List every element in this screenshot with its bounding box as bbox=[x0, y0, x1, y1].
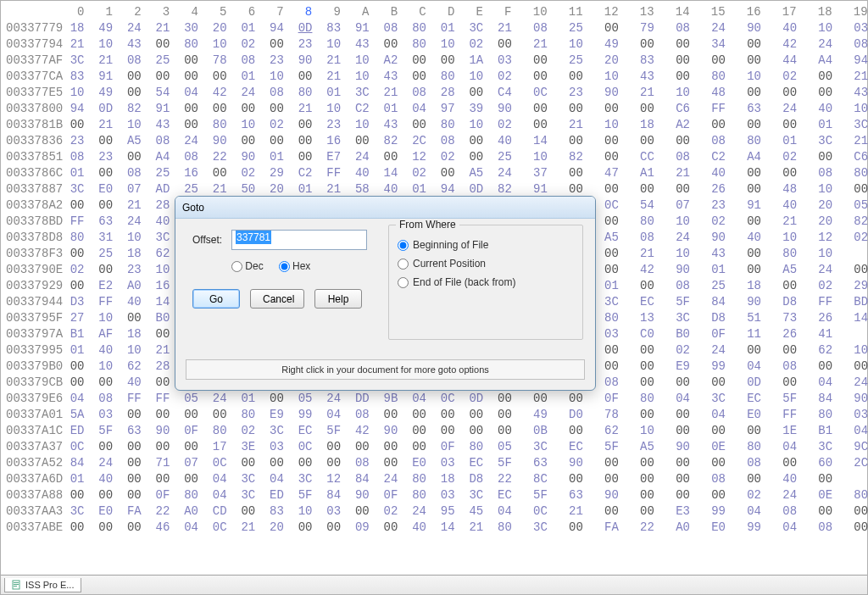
hex-byte[interactable]: 05 bbox=[298, 392, 313, 405]
hex-byte[interactable]: 00 bbox=[70, 375, 85, 389]
hex-byte[interactable]: 08 bbox=[598, 375, 619, 389]
hex-byte[interactable]: 00 bbox=[270, 456, 284, 470]
hex-byte[interactable]: 71 bbox=[156, 456, 170, 470]
hex-byte[interactable]: 25 bbox=[98, 247, 113, 260]
hex-byte[interactable]: 00 bbox=[740, 343, 761, 357]
hex-byte[interactable]: 23 bbox=[70, 134, 85, 147]
hex-byte[interactable]: 90 bbox=[740, 295, 761, 309]
hex-byte[interactable]: 21 bbox=[633, 86, 654, 99]
hex-byte[interactable]: 12 bbox=[412, 150, 426, 164]
hex-byte[interactable]: 5F bbox=[298, 488, 313, 502]
hex-byte[interactable]: 00 bbox=[298, 70, 313, 83]
hex-byte[interactable]: 40 bbox=[355, 166, 370, 180]
hex-byte[interactable]: 80 bbox=[412, 488, 426, 502]
hex-byte[interactable]: B1 bbox=[70, 327, 85, 341]
hex-byte[interactable]: 00 bbox=[441, 166, 455, 180]
hex-byte[interactable]: 41 bbox=[811, 327, 832, 341]
hex-byte[interactable]: 00 bbox=[498, 408, 512, 421]
hex-byte[interactable]: A0 bbox=[669, 520, 690, 534]
hex-byte[interactable]: 24 bbox=[704, 21, 726, 35]
hex-byte[interactable]: 43 bbox=[355, 37, 370, 51]
hex-byte[interactable]: A1 bbox=[633, 166, 654, 180]
hex-byte[interactable]: 00 bbox=[633, 408, 654, 421]
hex-byte[interactable]: 00 bbox=[469, 86, 483, 99]
opt-current[interactable]: Current Position bbox=[398, 258, 574, 270]
hex-byte[interactable]: 3C bbox=[811, 440, 832, 453]
hex-byte[interactable]: 0F bbox=[441, 440, 455, 453]
hex-byte[interactable]: 00 bbox=[70, 247, 85, 260]
hex-byte[interactable]: 25 bbox=[184, 182, 198, 196]
hex-byte[interactable]: 00 bbox=[562, 472, 583, 486]
hex-byte[interactable]: 58 bbox=[355, 182, 370, 196]
hex-byte[interactable]: 24 bbox=[127, 214, 142, 228]
hex-byte[interactable]: 20 bbox=[598, 53, 619, 67]
hex-byte[interactable]: 00 bbox=[441, 424, 455, 437]
hex-byte[interactable]: 28 bbox=[156, 359, 170, 373]
hex-byte[interactable]: 00 bbox=[469, 424, 483, 437]
hex-byte[interactable]: 10 bbox=[355, 70, 370, 83]
hex-byte[interactable]: 21 bbox=[326, 53, 341, 67]
hex-byte[interactable]: 00 bbox=[498, 424, 512, 437]
hex-byte[interactable]: 80 bbox=[704, 70, 726, 83]
hex-byte[interactable]: 10 bbox=[270, 70, 284, 83]
hex-byte[interactable]: 0F bbox=[598, 392, 619, 405]
hex-byte[interactable]: 20 bbox=[811, 198, 832, 212]
hex-byte[interactable]: 13 bbox=[633, 311, 654, 325]
hex-byte[interactable]: 80 bbox=[847, 166, 868, 180]
hex-byte[interactable]: 3C bbox=[70, 53, 85, 67]
hex-byte[interactable]: 00 bbox=[156, 375, 170, 389]
hex-byte[interactable]: B1 bbox=[811, 424, 832, 437]
hex-byte[interactable]: 0C bbox=[526, 504, 548, 518]
hex-byte[interactable]: 00 bbox=[270, 102, 284, 115]
hex-byte[interactable]: 80 bbox=[598, 311, 619, 325]
hex-byte[interactable]: FF bbox=[98, 295, 113, 309]
hex-byte[interactable]: 39 bbox=[469, 102, 483, 115]
hex-byte[interactable]: AD bbox=[156, 182, 170, 196]
hex-byte[interactable]: 42 bbox=[355, 424, 370, 437]
hex-byte[interactable]: 00 bbox=[412, 424, 426, 437]
hex-byte[interactable]: 24 bbox=[213, 392, 227, 405]
hex-byte[interactable]: 63 bbox=[98, 214, 113, 228]
hex-byte[interactable]: 27 bbox=[70, 311, 85, 325]
status-tab-file[interactable]: ISS Pro E... bbox=[4, 578, 81, 592]
hex-byte[interactable]: 00 bbox=[598, 359, 619, 373]
hex-byte[interactable]: 00 bbox=[70, 198, 85, 212]
hex-byte[interactable]: 05 bbox=[847, 198, 868, 212]
hex-byte[interactable]: 80 bbox=[633, 392, 654, 405]
hex-byte[interactable]: 80 bbox=[412, 21, 426, 35]
hex-byte[interactable]: 90 bbox=[355, 488, 370, 502]
hex-byte[interactable]: 0C bbox=[70, 440, 85, 453]
hex-byte[interactable]: 54 bbox=[156, 86, 170, 99]
hex-byte[interactable]: 50 bbox=[241, 182, 255, 196]
hex-byte[interactable]: 00 bbox=[127, 440, 142, 453]
hex-byte[interactable]: 80 bbox=[241, 408, 255, 421]
hex-byte[interactable]: 51 bbox=[740, 311, 761, 325]
hex-byte[interactable]: 21 bbox=[326, 182, 341, 196]
hex-byte[interactable]: FF bbox=[704, 102, 726, 115]
hex-byte[interactable]: 62 bbox=[598, 424, 619, 437]
hex-byte[interactable]: 00 bbox=[156, 327, 170, 341]
hex-byte[interactable]: 04 bbox=[326, 408, 341, 421]
hex-byte[interactable]: 04 bbox=[412, 392, 426, 405]
hex-byte[interactable]: 00 bbox=[811, 70, 832, 83]
hex-byte[interactable]: 16 bbox=[326, 134, 341, 147]
hex-byte[interactable]: 79 bbox=[633, 21, 654, 35]
hex-byte[interactable]: 94 bbox=[70, 102, 85, 115]
hex-byte[interactable]: FF bbox=[811, 295, 832, 309]
hex-byte[interactable]: 23 bbox=[127, 263, 142, 276]
hex-byte[interactable]: 10 bbox=[326, 102, 341, 115]
hex-byte[interactable]: 21 bbox=[498, 21, 512, 35]
hex-byte[interactable]: 00 bbox=[847, 359, 868, 373]
hex-byte[interactable]: 10 bbox=[811, 182, 832, 196]
hex-byte[interactable]: 90 bbox=[669, 440, 690, 453]
hex-byte[interactable]: 03 bbox=[441, 456, 455, 470]
hex-byte[interactable]: 00 bbox=[562, 424, 583, 437]
hex-byte[interactable]: 21 bbox=[384, 86, 398, 99]
hex-byte[interactable]: 40 bbox=[156, 214, 170, 228]
hex-byte[interactable]: 62 bbox=[811, 343, 832, 357]
hex-byte[interactable]: 80 bbox=[740, 440, 761, 453]
hex-byte[interactable]: 99 bbox=[704, 504, 726, 518]
hex-byte[interactable]: 00 bbox=[847, 504, 868, 518]
hex-byte[interactable]: 04 bbox=[498, 504, 512, 518]
hex-byte[interactable]: 04 bbox=[70, 392, 85, 405]
